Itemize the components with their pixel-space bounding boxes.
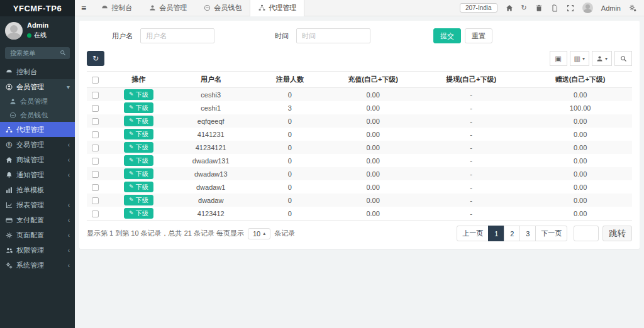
avatar[interactable] — [582, 3, 593, 13]
page-button-2[interactable]: 2 — [504, 226, 520, 241]
col-recharge[interactable]: 充值(自己+下级) — [332, 72, 414, 88]
col-action[interactable]: 操作 — [103, 72, 174, 88]
submit-button[interactable]: 提交 — [433, 28, 461, 43]
cell-gift: 0.00 — [528, 180, 632, 194]
page-button-1[interactable]: 1 — [488, 226, 504, 241]
pagination-info: 显示第 1 到第 10 条记录，总共 21 条记录 每页显示 — [87, 229, 244, 238]
app-logo[interactable]: YFCMF-TP6 — [0, 0, 75, 16]
chevron-down-icon: ▾ — [67, 84, 70, 90]
refresh-button[interactable]: ↻ — [87, 51, 104, 66]
sub-level-button[interactable]: ✎下级 — [124, 142, 153, 153]
search-button[interactable] — [614, 51, 632, 66]
row-checkbox[interactable] — [92, 210, 99, 217]
sidebar-subitem-member-wallet[interactable]: 会员钱包 — [0, 108, 75, 122]
select-all-checkbox[interactable] — [92, 77, 99, 84]
row-checkbox[interactable] — [92, 105, 99, 112]
card-view-button[interactable]: ▣ — [550, 51, 567, 66]
trash-icon[interactable] — [535, 4, 543, 12]
sub-level-button[interactable]: ✎下级 — [124, 89, 153, 100]
sidebar-item-mall[interactable]: 商城管理 ‹ — [0, 152, 75, 167]
page-button-3[interactable]: 3 — [519, 226, 536, 241]
row-checkbox[interactable] — [92, 92, 99, 99]
pencil-icon: ✎ — [129, 156, 134, 165]
file-icon[interactable] — [551, 4, 558, 12]
row-checkbox[interactable] — [92, 131, 99, 138]
columns-button[interactable]: ▥▾ — [570, 51, 589, 66]
sub-level-button[interactable]: ✎下级 — [124, 116, 153, 126]
cell-withdraw: - — [414, 128, 528, 141]
sub-level-button[interactable]: ✎下级 — [124, 102, 153, 113]
settings-icon[interactable] — [629, 4, 636, 12]
jump-button[interactable]: 跳转 — [602, 226, 632, 241]
sidebar-item-permissions[interactable]: 权限管理 ‹ — [0, 243, 75, 258]
cell-username: dwadaw131 — [174, 154, 248, 167]
fullscreen-icon[interactable] — [567, 4, 574, 12]
row-checkbox[interactable] — [92, 197, 99, 204]
cell-recharge: 0.00 — [332, 88, 414, 102]
prev-page-button[interactable]: 上一页 — [457, 226, 489, 241]
col-gift[interactable]: 赠送(自己+下级) — [528, 72, 632, 88]
sidebar-item-payment-config[interactable]: 支付配置 ‹ — [0, 212, 75, 227]
sidebar-item-reports[interactable]: 报表管理 ‹ — [0, 197, 75, 212]
cell-registered: 0 — [248, 128, 332, 141]
tab-dashboard[interactable]: 控制台 — [92, 0, 140, 16]
row-checkbox[interactable] — [92, 171, 99, 178]
sidebar-item-agents[interactable]: 代理管理 — [0, 122, 75, 137]
cell-username: dwadaw — [174, 194, 248, 207]
sidebar-item-transactions[interactable]: B 交易管理 ‹ — [0, 137, 75, 152]
page-size-select[interactable]: 10▴ — [248, 228, 270, 239]
sub-level-button[interactable]: ✎下级 — [124, 182, 153, 192]
topbar-user-name[interactable]: Admin — [601, 4, 621, 12]
cell-withdraw: - — [414, 101, 528, 114]
bar-chart-icon — [5, 186, 13, 194]
topbar: ≡ 控制台 会员管理 会员钱包 代理管理 — [75, 0, 644, 16]
username-input[interactable] — [140, 28, 214, 43]
home-icon[interactable] — [506, 4, 513, 12]
col-withdraw[interactable]: 提现(自己+下级) — [414, 72, 528, 88]
sidebar-item-page-config[interactable]: 页面配置 ‹ — [0, 227, 75, 243]
region-badge[interactable]: 207-India — [460, 3, 497, 13]
sub-level-button[interactable]: ✎下级 — [124, 129, 153, 139]
row-checkbox[interactable] — [92, 118, 99, 125]
caret-down-icon: ▾ — [605, 56, 608, 62]
pencil-icon: ✎ — [129, 196, 134, 204]
col-username[interactable]: 用户名 — [174, 72, 248, 88]
sidebar-item-members[interactable]: 会员管理 ▾ — [0, 79, 75, 94]
col-registered[interactable]: 注册人数 — [248, 72, 332, 88]
sub-level-button[interactable]: ✎下级 — [124, 155, 153, 166]
sub-level-button[interactable]: ✎下级 — [124, 168, 153, 179]
sidebar-item-notifications[interactable]: 通知管理 ‹ — [0, 167, 75, 182]
cell-recharge: 0.00 — [332, 154, 414, 167]
time-input[interactable] — [296, 28, 370, 43]
pencil-icon: ✎ — [129, 117, 134, 125]
sidebar-item-dashboard[interactable]: 控制台 — [0, 64, 75, 79]
next-page-button[interactable]: 下一页 — [535, 226, 567, 241]
sub-level-button[interactable]: ✎下级 — [124, 208, 153, 219]
pencil-icon: ✎ — [129, 143, 134, 151]
pencil-icon: ✎ — [129, 130, 134, 138]
table-row: ✎下级 dwadaw1 0 0.00 - 0.00 — [87, 180, 632, 194]
row-checkbox[interactable] — [92, 184, 99, 191]
time-label: 时间 — [275, 31, 289, 41]
cell-gift: 0.00 — [528, 194, 632, 207]
row-checkbox[interactable] — [92, 158, 99, 165]
export-button[interactable]: ▾ — [592, 51, 612, 66]
tab-members[interactable]: 会员管理 — [140, 0, 195, 16]
row-checkbox[interactable] — [92, 145, 99, 151]
tab-agents[interactable]: 代理管理 — [250, 0, 304, 16]
reset-button[interactable]: 重置 — [465, 28, 492, 43]
refresh-icon[interactable]: ↻ — [521, 4, 527, 12]
pagination-info-suffix: 条记录 — [274, 229, 295, 238]
cogs-icon — [5, 261, 13, 269]
tab-member-wallet[interactable]: 会员钱包 — [195, 0, 250, 16]
sidebar-item-order-template[interactable]: 抢单模板 — [0, 182, 75, 197]
hamburger-icon[interactable]: ≡ — [75, 3, 92, 13]
chevron-left-icon: ‹ — [68, 247, 70, 254]
sidebar-menu: 控制台 会员管理 ▾ 会员管理 会员钱包 代理管理 — [0, 64, 75, 328]
table-row: ✎下级 41234121 0 0.00 - 0.00 — [87, 141, 632, 154]
sidebar-subitem-member-manage[interactable]: 会员管理 — [0, 94, 75, 108]
jump-page-input[interactable] — [574, 226, 599, 241]
sub-level-button[interactable]: ✎下级 — [124, 195, 153, 205]
cell-recharge: 0.00 — [332, 207, 414, 221]
sidebar-item-system[interactable]: 系统管理 ‹ — [0, 258, 75, 273]
